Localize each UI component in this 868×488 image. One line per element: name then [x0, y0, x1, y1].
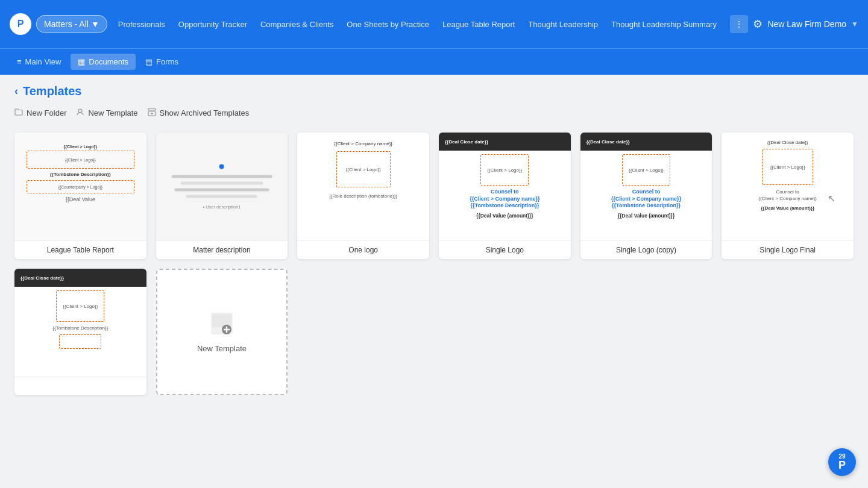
firm-name[interactable]: New Law Firm Demo: [767, 19, 846, 29]
template-single-logo-copy-label: Single Logo (copy): [580, 241, 712, 259]
forms-icon: ▤: [145, 57, 153, 66]
template-single-logo[interactable]: {{Deal Close date}} {{Client > Logo}} Co…: [439, 133, 571, 259]
firm-chevron-icon: ▼: [851, 20, 858, 28]
template-matter-desc[interactable]: • User description1 Matter description: [156, 133, 288, 259]
template-league-table-label: League Table Report: [14, 241, 146, 259]
new-folder-button[interactable]: New Folder: [14, 105, 66, 120]
nav-thought-leadership[interactable]: Thought Leadership: [522, 16, 604, 33]
template-single-logo-dark[interactable]: {{Deal Close date}} {{Client > Logo}} {{…: [14, 269, 146, 395]
templates-grid-row2: {{Deal Close date}} {{Client > Logo}} {{…: [14, 269, 854, 395]
expand-button[interactable]: ⋮: [730, 15, 748, 33]
nav-right: ⋮ ⚙ New Law Firm Demo ▼: [730, 15, 858, 33]
subnav-documents[interactable]: ▦ Documents: [71, 54, 136, 70]
page-content: ‹ Templates New Folder New Template: [0, 75, 868, 488]
svg-rect-1: [148, 108, 156, 110]
notification-badge[interactable]: 29 P: [828, 448, 856, 476]
nav-links: Professionals Opportunity Tracker Compan…: [112, 16, 726, 33]
nav-one-sheets[interactable]: One Sheets by Practice: [341, 16, 435, 33]
new-template-plus-icon: [210, 311, 234, 339]
subnav-forms[interactable]: ▤ Forms: [138, 54, 186, 70]
template-single-logo-dark-label: [14, 377, 146, 387]
settings-icon[interactable]: ⚙: [753, 17, 763, 31]
subnav-main-view[interactable]: ≡ Main View: [10, 54, 68, 70]
matters-chevron-icon: ▼: [91, 19, 99, 29]
nav-league-table[interactable]: League Table Report: [436, 16, 521, 33]
main-view-icon: ≡: [17, 57, 22, 66]
svg-point-0: [78, 109, 82, 113]
new-folder-icon: [14, 108, 23, 118]
template-one-logo[interactable]: {{Client > Company name}} {{Client > Log…: [297, 133, 429, 259]
templates-grid: {{Client > Logo}} {{Client > Logo}} {{To…: [14, 133, 854, 259]
breadcrumb-row: ‹ Templates: [14, 84, 854, 98]
template-single-logo-label: Single Logo: [439, 241, 571, 259]
archived-icon: [148, 108, 156, 118]
nav-opportunity-tracker[interactable]: Opportunity Tracker: [172, 16, 253, 33]
new-template-label: New Template: [197, 344, 247, 353]
template-single-logo-final[interactable]: {{Deal Close date}} {{Client > Logo}} Co…: [722, 133, 854, 259]
sub-navigation: ≡ Main View ▦ Documents ▤ Forms: [0, 48, 868, 75]
template-one-logo-label: One logo: [297, 241, 429, 259]
top-navigation: P Matters - All ▼ Professionals Opportun…: [0, 0, 868, 48]
logo-button[interactable]: P: [10, 13, 31, 35]
new-template-icon: [76, 108, 84, 118]
badge-letter: P: [838, 460, 846, 471]
show-archived-button[interactable]: Show Archived Templates: [148, 105, 250, 120]
new-template-card[interactable]: New Template: [156, 269, 288, 395]
template-league-table[interactable]: {{Client > Logo}} {{Client > Logo}} {{To…: [14, 133, 146, 259]
nav-professionals[interactable]: Professionals: [112, 16, 171, 33]
template-single-logo-copy[interactable]: {{Deal Close date}} {{Client > Logo}} Co…: [580, 133, 712, 259]
template-single-logo-final-label: Single Logo Final: [722, 241, 854, 259]
back-button[interactable]: ‹: [14, 85, 18, 98]
documents-icon: ▦: [78, 57, 85, 66]
page-title: Templates: [23, 84, 81, 98]
template-matter-desc-label: Matter description: [156, 241, 288, 259]
matters-dropdown[interactable]: Matters - All ▼: [36, 15, 107, 33]
action-bar: New Folder New Template Show Archived Te…: [14, 105, 854, 120]
new-template-button[interactable]: New Template: [76, 105, 137, 120]
nav-companies-clients[interactable]: Companies & Clients: [254, 16, 339, 33]
nav-thought-leadership-summary[interactable]: Thought Leadership Summary: [605, 16, 723, 33]
